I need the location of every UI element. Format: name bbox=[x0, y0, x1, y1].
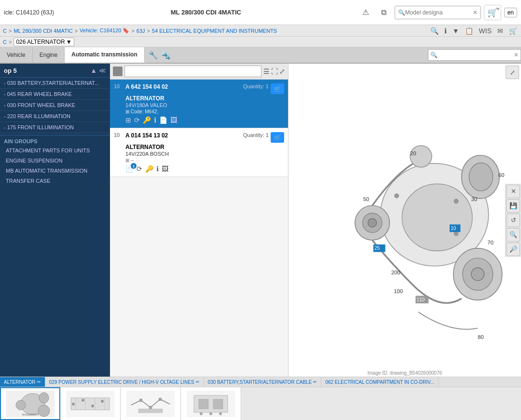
sidebar-group-engine-suspension[interactable]: ENGINE SUSPENSION bbox=[0, 156, 110, 166]
tab-search-input[interactable] bbox=[439, 52, 512, 58]
part-action-doc-1[interactable]: 📄 bbox=[159, 116, 167, 124]
bottom-tab-battery-cable[interactable]: 030 BATTERY,STARTER/ALTERNATOR CABLE ✏ bbox=[204, 377, 322, 387]
sidebar-item-battery[interactable]: - 030 BATTERY,STARTER/ALTERNAT... bbox=[0, 78, 110, 89]
breadcrumb-bar: C > ML 280/300 CDI 4MATIC > Vehicle: C16… bbox=[0, 25, 521, 37]
diagram-expand-btn[interactable]: ⤢ bbox=[506, 66, 519, 79]
model-search-box: 🔍 ✕ bbox=[395, 6, 481, 19]
svg-point-47 bbox=[159, 398, 162, 401]
thumbnail-1[interactable]: B54026000076 bbox=[0, 387, 60, 420]
sidebar-item-rear-wheel-brake[interactable]: - 045 REAR WHEEL BRAKE bbox=[0, 89, 110, 100]
breadcrumb-63j[interactable]: 63J bbox=[137, 28, 145, 34]
center-toolbar-icons: ☰ ⛶ ⤢ bbox=[263, 68, 285, 75]
svg-point-4 bbox=[368, 218, 377, 227]
sidebar-group-transfer-case[interactable]: TRANSFER CASE bbox=[0, 176, 110, 186]
bottom-tab-edit-icon-3: ✏ bbox=[313, 379, 317, 384]
zoom-in-icon[interactable]: 🔍 bbox=[429, 27, 439, 35]
bottom-tab-alternator[interactable]: ALTERNATOR ✏ bbox=[0, 377, 45, 387]
sidebar-item-front-wheel-brake[interactable]: - 030 FRONT WHEEL BRAKE bbox=[0, 100, 110, 111]
expand-icon[interactable]: ⛶ bbox=[271, 68, 278, 75]
tab-automatic-transmission[interactable]: Automatic transmission bbox=[65, 47, 145, 63]
close-sidebar-icon[interactable]: ≪ bbox=[99, 67, 106, 74]
cart-button[interactable]: 🛒+ bbox=[484, 5, 501, 20]
diagram-top-toolbar: ⤢ bbox=[506, 66, 519, 79]
svg-rect-35 bbox=[71, 398, 110, 410]
wis-icon[interactable]: WIS bbox=[478, 27, 493, 35]
svg-text:110: 110 bbox=[417, 297, 425, 302]
collapse-icon[interactable]: ▲ bbox=[90, 67, 97, 74]
diagram-close-btn[interactable]: ✕ bbox=[507, 185, 520, 198]
thumbnail-2[interactable] bbox=[60, 387, 121, 420]
info-icon[interactable]: ℹ bbox=[443, 27, 448, 35]
bottom-tabs: ALTERNATOR ✏ 029 POWER SUPPLY ELECTRIC D… bbox=[0, 377, 521, 387]
parts-list: 10 A 642 154 04 02 Quantity: 1 🛒 ALTERNA… bbox=[110, 80, 288, 377]
clear-search-icon[interactable]: ✕ bbox=[473, 9, 478, 16]
cart-icon[interactable]: 🛒 bbox=[508, 27, 518, 35]
bottom-tab-electrical-compartment[interactable]: 062 ELECTRICAL COMPARTMENT IN CO-DRIV... bbox=[321, 377, 439, 387]
add-to-cart-1[interactable]: 🛒 bbox=[271, 83, 284, 94]
svg-point-40 bbox=[72, 403, 75, 406]
warning-icon-btn[interactable]: ⚠ bbox=[358, 5, 373, 20]
list-view-icon[interactable]: ☰ bbox=[263, 68, 270, 75]
svg-point-13 bbox=[454, 231, 458, 236]
center-toolbar-checkbox[interactable] bbox=[113, 67, 123, 76]
svg-point-54 bbox=[200, 412, 203, 415]
sidebar-group-mb-automatic[interactable]: MB AUTOMATIC TRANSMISSION bbox=[0, 166, 110, 176]
fullscreen-icon[interactable]: ⤢ bbox=[279, 68, 285, 75]
bottom-bar: ALTERNATOR ✏ 029 POWER SUPPLY ELECTRIC D… bbox=[0, 377, 521, 420]
part-action-refresh-2[interactable]: ⟳ bbox=[137, 165, 142, 173]
thumbnail-4[interactable] bbox=[181, 387, 241, 420]
email-icon[interactable]: ✉ bbox=[496, 27, 504, 35]
thumbnail-3[interactable] bbox=[121, 387, 181, 420]
center-toolbar: ☰ ⛶ ⤢ bbox=[110, 64, 288, 80]
breadcrumb-model[interactable]: ML 280/300 CDI 4MATIC bbox=[14, 28, 72, 34]
bottom-tab-power-supply[interactable]: 029 POWER SUPPLY ELECTRIC DRIVE / HIGH-V… bbox=[45, 377, 204, 387]
breadcrumb-root[interactable]: C bbox=[3, 28, 7, 34]
tab-engine[interactable]: Engine bbox=[33, 47, 65, 63]
sidebar-title: op 5 bbox=[4, 67, 17, 74]
part-action-grid-1[interactable]: ⊞ bbox=[125, 116, 131, 124]
part-item-2[interactable]: 10 A 014 154 13 02 Quantity: 1 🛒 ALTERNA… bbox=[110, 128, 288, 177]
copy-icon-btn[interactable]: ⧉ bbox=[376, 5, 392, 20]
diagram-history-btn[interactable]: ↺ bbox=[507, 214, 520, 227]
sidebar-item-front-illumination[interactable]: - 175 FRONT ILLUMINATION bbox=[0, 122, 110, 133]
part-action-lock-1[interactable]: 🔑 bbox=[143, 116, 151, 124]
sidebar-item-rear-illumination[interactable]: - 220 REAR ILLUMINATION bbox=[0, 111, 110, 122]
bottom-thumbnails: B54026000076 bbox=[0, 387, 521, 420]
sidebar-group-attachment[interactable]: ATTACHMENT PARTS FOR UNITS bbox=[0, 146, 110, 156]
tab-icon-2[interactable]: 🔩 bbox=[161, 51, 171, 60]
dropdown-arrow: ▼ bbox=[66, 39, 72, 45]
svg-text:25: 25 bbox=[374, 245, 380, 251]
part-action-img-2[interactable]: 🖼 bbox=[162, 165, 168, 173]
diagram-zoom-in-btn[interactable]: 🔍 bbox=[507, 228, 520, 242]
diagram-zoom-out-btn[interactable]: 🔎 bbox=[507, 243, 520, 256]
part-action-lock-2[interactable]: 🔑 bbox=[145, 165, 153, 173]
breadcrumb-home[interactable]: C bbox=[3, 39, 7, 45]
alternator-dropdown[interactable]: 026 ALTERNATOR ▼ bbox=[14, 38, 74, 46]
breadcrumb-bar2: C > 026 ALTERNATOR ▼ bbox=[0, 37, 521, 47]
svg-text:50: 50 bbox=[363, 196, 369, 202]
tab-bar: Vehicle Engine Automatic transmission 🔧 … bbox=[0, 47, 521, 64]
thumb-svg-2 bbox=[66, 391, 114, 417]
clipboard-icon[interactable]: 📋 bbox=[464, 27, 474, 35]
svg-point-5 bbox=[410, 146, 432, 167]
breadcrumb-vehicle[interactable]: Vehicle: C164120 🔖 bbox=[80, 27, 129, 34]
part-action-refresh-1[interactable]: ⟳ bbox=[134, 116, 140, 124]
tab-icon-1[interactable]: 🔧 bbox=[149, 51, 158, 60]
part-action-img-1[interactable]: 🖼 bbox=[170, 116, 177, 124]
model-search-input[interactable] bbox=[405, 9, 473, 16]
add-to-cart-2[interactable]: 🛒 bbox=[271, 132, 284, 143]
sidebar-header: op 5 ▲ ≪ bbox=[0, 64, 110, 78]
diagram-svg: 50 20 25 30 60 10 200 100 110 70 80 bbox=[288, 64, 521, 377]
center-search-input[interactable] bbox=[124, 66, 261, 77]
tab-search-clear[interactable]: ✕ bbox=[514, 52, 519, 58]
breadcrumb-section[interactable]: 54 ELECTRICAL EQUIPMENT AND INSTRUMENTS bbox=[152, 28, 277, 34]
tab-vehicle[interactable]: Vehicle bbox=[0, 47, 33, 63]
filter-icon[interactable]: ▼ bbox=[452, 27, 460, 35]
part-item-1[interactable]: 10 A 642 154 04 02 Quantity: 1 🛒 ALTERNA… bbox=[110, 80, 288, 128]
part-action-info-1[interactable]: ℹ bbox=[154, 116, 156, 124]
part-row2: 10 A 014 154 13 02 Quantity: 1 🛒 bbox=[114, 132, 284, 143]
language-selector[interactable]: en bbox=[504, 8, 517, 17]
diagram-save-btn[interactable]: 💾 bbox=[507, 199, 520, 213]
part-action-info-2[interactable]: ℹ bbox=[156, 165, 159, 173]
top-bar: icle: C164120 (63J) ML 280/300 CDI 4MATI… bbox=[0, 0, 521, 25]
